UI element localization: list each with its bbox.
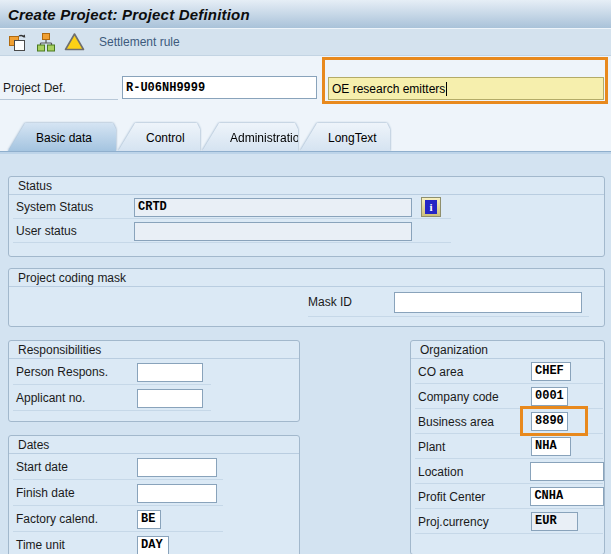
person-respons-label: Person Respons. bbox=[16, 365, 137, 379]
business-area-label: Business area bbox=[418, 415, 531, 429]
project-def-label: Project Def. bbox=[3, 81, 66, 95]
system-status-row: System Status CRTD i bbox=[9, 195, 604, 219]
person-respons-input[interactable] bbox=[137, 363, 203, 382]
start-date-row: Start date bbox=[9, 454, 299, 480]
user-status-field[interactable] bbox=[134, 222, 412, 241]
time-unit-row: Time unit DAY bbox=[9, 532, 299, 554]
group-organization: Organization CO area CHEF Company code 0… bbox=[410, 340, 605, 554]
copy-project-icon[interactable] bbox=[7, 31, 29, 53]
sap-window: Create Project: Project Definition bbox=[0, 0, 611, 554]
group-dates-title: Dates bbox=[9, 436, 299, 454]
company-code-field[interactable]: 0001 bbox=[531, 387, 568, 406]
co-area-field[interactable]: CHEF bbox=[531, 362, 571, 381]
group-dates: Dates Start date Finish date Factory cal… bbox=[8, 435, 300, 554]
system-status-label: System Status bbox=[16, 200, 134, 214]
tab-basic-data[interactable]: Basic data bbox=[8, 123, 116, 151]
group-organization-title: Organization bbox=[411, 341, 604, 359]
person-respons-row: Person Respons. bbox=[9, 359, 299, 385]
group-coding-mask-title: Project coding mask bbox=[9, 269, 604, 287]
co-area-label: CO area bbox=[418, 365, 531, 379]
applicant-no-input[interactable] bbox=[137, 389, 203, 408]
label-underline bbox=[0, 99, 118, 100]
proj-currency-label: Proj.currency bbox=[418, 515, 531, 529]
location-label: Location bbox=[418, 465, 530, 479]
user-status-row: User status bbox=[9, 219, 604, 243]
business-area-row: Business area 8890 bbox=[411, 409, 604, 434]
proj-currency-field[interactable]: EUR bbox=[531, 512, 578, 531]
plant-field[interactable]: NHA bbox=[531, 437, 571, 456]
company-code-row: Company code 0001 bbox=[411, 384, 604, 409]
plant-label: Plant bbox=[418, 440, 531, 454]
mask-id-input[interactable] bbox=[394, 292, 582, 313]
co-area-row: CO area CHEF bbox=[411, 359, 604, 384]
system-status-field[interactable]: CRTD bbox=[134, 198, 412, 217]
warning-triangle-icon[interactable] bbox=[63, 31, 85, 53]
profit-center-label: Profit Center bbox=[418, 490, 530, 504]
finish-date-label: Finish date bbox=[16, 486, 137, 500]
business-area-field[interactable]: 8890 bbox=[531, 412, 568, 431]
group-status-title: Status bbox=[9, 177, 604, 195]
settlement-rule-button[interactable]: Settlement rule bbox=[99, 35, 180, 49]
text-cursor bbox=[446, 82, 447, 96]
start-date-label: Start date bbox=[16, 460, 137, 474]
group-responsibilities-title: Responsibilities bbox=[9, 341, 299, 359]
group-responsibilities: Responsibilities Person Respons. Applica… bbox=[8, 340, 300, 422]
plant-row: Plant NHA bbox=[411, 434, 604, 459]
mask-id-label: Mask ID bbox=[308, 295, 394, 309]
finish-date-input[interactable] bbox=[137, 484, 217, 503]
location-input[interactable] bbox=[530, 462, 604, 481]
basic-data-panel: Status System Status CRTD i User status … bbox=[0, 151, 611, 554]
project-hierarchy-icon[interactable] bbox=[35, 31, 57, 53]
application-toolbar: Settlement rule bbox=[0, 28, 611, 56]
factory-calendar-label: Factory calend. bbox=[16, 512, 137, 526]
start-date-input[interactable] bbox=[137, 458, 217, 477]
group-status: Status System Status CRTD i User status bbox=[8, 176, 605, 257]
title-bar: Create Project: Project Definition bbox=[0, 0, 611, 28]
project-description-input[interactable]: OE research emitters bbox=[328, 77, 604, 100]
project-description-text: OE research emitters bbox=[332, 82, 445, 96]
user-status-label: User status bbox=[16, 224, 134, 238]
mask-id-row: Mask ID bbox=[9, 287, 604, 317]
group-project-coding-mask: Project coding mask Mask ID bbox=[8, 268, 605, 327]
company-code-label: Company code bbox=[418, 390, 531, 404]
time-unit-field[interactable]: DAY bbox=[137, 536, 169, 554]
time-unit-label: Time unit bbox=[16, 538, 137, 552]
applicant-no-label: Applicant no. bbox=[16, 391, 137, 405]
factory-calendar-row: Factory calend. BE bbox=[9, 506, 299, 532]
profit-center-row: Profit Center CNHA bbox=[411, 484, 604, 509]
finish-date-row: Finish date bbox=[9, 480, 299, 506]
information-icon[interactable]: i bbox=[421, 197, 441, 217]
location-row: Location bbox=[411, 459, 604, 484]
profit-center-field[interactable]: CNHA bbox=[530, 487, 604, 506]
factory-calendar-field[interactable]: BE bbox=[137, 510, 161, 529]
project-def-input[interactable] bbox=[122, 76, 317, 99]
page-title: Create Project: Project Definition bbox=[0, 6, 250, 23]
proj-currency-row: Proj.currency EUR bbox=[411, 509, 604, 534]
applicant-no-row: Applicant no. bbox=[9, 385, 299, 411]
